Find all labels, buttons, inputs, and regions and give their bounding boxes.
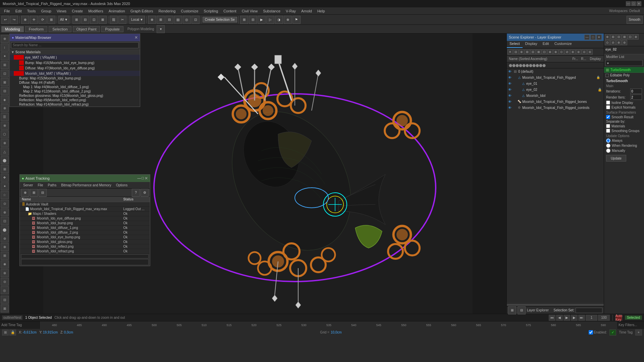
scene-tb-5[interactable]: ⊗ <box>547 49 553 55</box>
scene-tb-7[interactable]: ⊙ <box>559 49 564 55</box>
material-idol-mat[interactable]: Moorish_Idol_MAT ( VRayMtl ) <box>10 71 140 76</box>
menu-vray[interactable]: V-Ray <box>283 8 299 14</box>
left-icon-5[interactable]: ⊡ <box>1 70 9 78</box>
asset-row-eye-diffuse[interactable]: 🖼 Moorish_Ido_eye_diffuse.png Ok <box>20 216 150 221</box>
selection-set-input[interactable] <box>576 308 602 313</box>
asset-tb-3[interactable]: ⊟ <box>39 189 47 197</box>
ts-iterations-input[interactable] <box>630 88 642 94</box>
props-icon-1[interactable]: ⊕ <box>605 34 610 40</box>
scene-tb-11[interactable]: ⊝ <box>582 49 587 55</box>
tab-object-paint[interactable]: Object Paint <box>73 26 100 32</box>
menu-arnold[interactable]: Arnold <box>299 8 315 14</box>
scene-maximize-btn[interactable]: □ <box>590 35 596 40</box>
tab-selection[interactable]: Selection <box>49 26 71 32</box>
ts-manually-radio[interactable] <box>606 148 610 153</box>
scene-footer-btn2[interactable]: ⊟ <box>518 306 526 314</box>
menu-group[interactable]: Group <box>38 8 54 14</box>
viewport[interactable]: ● Material/Map Browser ✕ ▼ Scene Materia… <box>9 34 506 314</box>
left-icon-2[interactable]: ↕ <box>1 44 9 52</box>
tab-freeform[interactable]: Freeform <box>25 26 48 32</box>
left-icon-15[interactable]: ⬤ <box>1 156 9 164</box>
asset-menu-options[interactable]: Options <box>114 183 129 187</box>
ts-smooth-result-checkbox[interactable] <box>606 115 610 119</box>
scene-item-0-default[interactable]: 👁 ▤ 0 (default) <box>507 68 604 74</box>
asset-row-bump[interactable]: 🖼 Moorish_Idol_bump.png Ok <box>20 221 150 226</box>
play-btn-next-frame[interactable]: ▶ <box>571 315 578 321</box>
asset-menu-bitmap[interactable]: Bitmap Performance and Memory <box>59 183 113 187</box>
asset-close-btn[interactable]: ✕ <box>145 176 148 181</box>
play-btn-prev[interactable]: ⏮ <box>549 315 555 321</box>
scene-col-name-header[interactable]: Name (Sorted Ascending) <box>507 57 570 61</box>
scene-tb-2[interactable]: ⊟ <box>530 49 536 55</box>
ts-when-rendering-radio[interactable] <box>606 143 610 148</box>
asset-menu-server[interactable]: Server <box>21 183 35 187</box>
material-panel-titlebar[interactable]: ● Material/Map Browser ✕ <box>10 34 140 41</box>
move-btn[interactable]: ✛ <box>30 16 38 24</box>
create-selection-btn[interactable]: Create Selection Se <box>203 17 237 22</box>
left-icon-30[interactable]: ◎ <box>1 286 9 294</box>
filter-dropdown[interactable]: All ▼ <box>58 16 69 24</box>
props-icon-3[interactable]: ⊟ <box>616 34 622 40</box>
left-icon-27[interactable]: ❋ <box>1 260 9 268</box>
menu-graph-editors[interactable]: Graph Editors <box>128 8 156 14</box>
asset-tb-2[interactable]: ⊞ <box>30 189 38 197</box>
asset-minimize-btn[interactable]: — <box>137 176 141 181</box>
asset-row-refract[interactable]: 🖼 Moorish_Idol_refract.png Ok <box>20 249 150 254</box>
props-icon-9[interactable]: ⊛ <box>616 40 622 45</box>
modifier-turbos[interactable]: TurboSmooth <box>604 67 644 73</box>
menu-modifiers[interactable]: Modifiers <box>86 8 106 14</box>
play-btn-play[interactable]: ▶ <box>564 315 570 321</box>
tab-modeling[interactable]: Modeling <box>1 26 24 32</box>
selected-status-btn[interactable]: Selected <box>625 315 642 320</box>
minimize-btn[interactable]: — <box>626 1 631 6</box>
asset-menu-paths[interactable]: Paths <box>46 183 59 187</box>
frame-input[interactable]: 1 <box>586 315 597 321</box>
scene-tab-customize[interactable]: Customize <box>552 41 575 48</box>
menu-edit[interactable]: Edit <box>13 8 24 14</box>
asset-maximize-btn[interactable]: □ <box>142 176 144 181</box>
menu-customize[interactable]: Customize <box>178 8 201 14</box>
props-icon-4[interactable]: ⊠ <box>622 34 627 40</box>
link-btn[interactable]: ⛓ <box>110 16 118 24</box>
scene-col-fr-header[interactable]: Fr... <box>570 57 580 61</box>
left-icon-4[interactable]: ⊞ <box>1 61 9 69</box>
play-btn-next[interactable]: ⏭ <box>578 315 585 321</box>
scene-tb-12[interactable]: ⊜ <box>587 49 593 55</box>
play-btn-prev-frame[interactable]: ◀ <box>556 315 563 321</box>
left-icon-23[interactable]: ⬤ <box>1 226 9 234</box>
left-icon-28[interactable]: ⊛ <box>1 269 9 277</box>
coords-icon-2[interactable]: 🔒 <box>9 329 16 336</box>
ts-update-btn[interactable]: Update <box>606 155 626 162</box>
add-time-tag-btn[interactable]: Add Time Tag <box>1 323 22 327</box>
ribbon-btn[interactable]: ⊡ <box>192 16 200 24</box>
scene-minimize-btn[interactable]: — <box>584 35 590 40</box>
scene-item-controls[interactable]: 👁 ⚙ Moorish_Idol_Tropical_Fish_Rigged_co… <box>507 105 604 111</box>
ref-coord-dropdown[interactable]: Local ▼ <box>129 16 145 24</box>
rotate-btn[interactable]: ⟳ <box>39 16 47 24</box>
auto-key-btn[interactable]: Auto Key <box>615 315 622 321</box>
material-refract[interactable]: Refraction: Map #14(Moorish_Idol_refract… <box>10 102 140 107</box>
populate-arrow-btn[interactable]: ▾ <box>157 25 165 33</box>
props-icon-6[interactable]: ⊗ <box>633 34 639 40</box>
activeshade-btn[interactable]: ◑ <box>275 16 283 24</box>
left-icon-1[interactable]: ⊕ <box>1 35 9 43</box>
ts-always-radio[interactable] <box>606 138 610 143</box>
menu-views[interactable]: Views <box>54 8 69 14</box>
modifier-dropdown[interactable]: ▾ <box>605 60 643 66</box>
menu-animation[interactable]: Animation <box>106 8 128 14</box>
smooth-btn[interactable]: Smooth <box>627 16 643 24</box>
tab-populate[interactable]: Populate <box>101 26 123 32</box>
left-icon-14[interactable]: △ <box>1 147 9 156</box>
scene-tb-1[interactable]: ⊞ <box>525 49 530 55</box>
scene-tb-4[interactable]: ⊡ <box>542 49 547 55</box>
curve-btn[interactable]: ◎ <box>183 16 191 24</box>
scene-tb-filter[interactable]: ⊟ <box>513 49 519 55</box>
scene-tb-3[interactable]: ⊠ <box>536 49 541 55</box>
props-icon-7[interactable]: ⊙ <box>605 40 610 45</box>
left-icon-24[interactable]: ⊚ <box>1 234 9 242</box>
asset-scrollbar-h[interactable] <box>21 254 149 258</box>
snap-spinner-btn[interactable]: ⊠ <box>99 16 107 24</box>
left-icon-13[interactable]: ⊕ <box>1 139 9 147</box>
ts-materials-checkbox[interactable] <box>606 124 610 128</box>
scene-tb-9[interactable]: ⊛ <box>570 49 576 55</box>
